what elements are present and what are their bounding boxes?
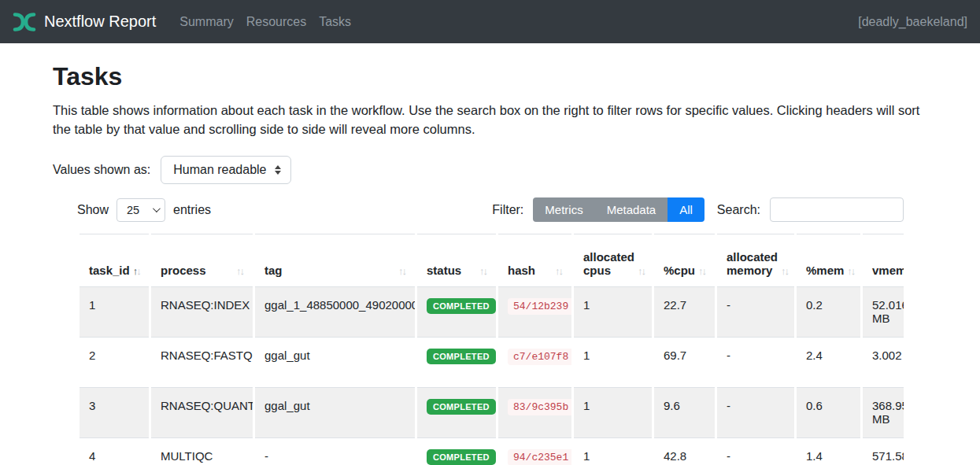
- nav-item-tasks[interactable]: Tasks: [312, 15, 357, 29]
- cell-allocated_memory: -: [717, 287, 794, 338]
- cell-task_id: 2: [80, 338, 149, 388]
- column-header-process[interactable]: process↑↓: [151, 234, 253, 287]
- column-header-task_id[interactable]: task_id↑↓: [80, 234, 149, 287]
- cell-allocated_memory: -: [717, 388, 794, 438]
- cell-pmem: 2.4: [797, 338, 860, 388]
- status-badge: COMPLETED: [427, 349, 496, 364]
- values-shown-select[interactable]: Human readable: [161, 156, 290, 184]
- sort-icon: ↑↓: [847, 265, 854, 277]
- tasks-table: task_id↑↓process↑↓tag↑↓status↑↓hash↑↓all…: [77, 234, 904, 465]
- hash-code: c7/e107f8: [508, 349, 571, 365]
- cell-pcpu: 22.7: [654, 287, 715, 338]
- cell-pmem: 1.4: [797, 438, 860, 465]
- navbar: Nextflow Report SummaryResourcesTasks [d…: [0, 0, 980, 43]
- column-label: allocated cpus: [583, 250, 634, 277]
- column-label: allocated memory: [727, 250, 778, 277]
- cell-pcpu: 42.8: [654, 438, 715, 465]
- filter-button-metadata[interactable]: Metadata: [595, 197, 668, 222]
- hash-code: 94/c235e1: [508, 449, 571, 465]
- status-badge: COMPLETED: [427, 298, 496, 314]
- table-row: 4MULTIQC-COMPLETED94/c235e1142.8-1.4571.…: [80, 438, 904, 465]
- column-header-pmem[interactable]: %mem↑↓: [797, 234, 860, 287]
- cell-status: COMPLETED: [417, 287, 496, 338]
- nav-item-summary[interactable]: Summary: [173, 15, 239, 29]
- table-row: 2RNASEQ:FASTQCggal_gutCOMPLETEDc7/e107f8…: [80, 338, 904, 388]
- select-updown-icon: [275, 165, 281, 175]
- tasks-table-zone: Show 25 entries Filter: MetricsMetadataA…: [77, 197, 904, 465]
- filter-button-metrics[interactable]: Metrics: [533, 197, 594, 222]
- cell-status: COMPLETED: [417, 388, 496, 438]
- chevron-down-icon: [153, 205, 161, 212]
- column-label: vmem: [872, 264, 904, 277]
- table-scroll-container[interactable]: task_id↑↓process↑↓tag↑↓status↑↓hash↑↓all…: [77, 234, 904, 465]
- sort-icon: ↑↓: [479, 265, 486, 277]
- cell-tag: ggal_gut: [255, 338, 415, 388]
- values-shown-value: Human readable: [173, 163, 266, 177]
- sort-down-arrow: ↓: [642, 265, 645, 277]
- table-header-row: task_id↑↓process↑↓tag↑↓status↑↓hash↑↓all…: [80, 234, 904, 287]
- filter-button-group: MetricsMetadataAll: [533, 197, 704, 222]
- cell-vmem: 52.016 MB: [863, 287, 904, 338]
- cell-vmem: 3.002: [863, 338, 904, 388]
- nav-links: SummaryResourcesTasks: [173, 15, 357, 29]
- cell-pcpu: 9.6: [654, 388, 715, 438]
- search-label: Search:: [717, 203, 760, 217]
- column-label: process: [161, 264, 206, 277]
- cell-tag: ggal_1_48850000_49020000: [255, 287, 415, 338]
- search-input[interactable]: [770, 197, 904, 222]
- column-label: tag: [264, 264, 283, 277]
- nextflow-logo-icon: [13, 12, 36, 32]
- sort-down-arrow: ↓: [702, 265, 706, 277]
- hash-code: 54/12b239: [508, 298, 571, 315]
- sort-icon: ↑↓: [133, 265, 140, 277]
- column-header-allocated_cpus[interactable]: allocated cpus↑↓: [574, 234, 652, 287]
- cell-process: RNASEQ:QUANT: [151, 388, 253, 438]
- page-length-select[interactable]: 25: [116, 198, 165, 222]
- cell-pmem: 0.2: [797, 287, 860, 338]
- sort-icon: ↑↓: [236, 265, 243, 277]
- column-label: status: [427, 264, 461, 277]
- nav-item-resources[interactable]: Resources: [240, 15, 312, 29]
- hash-code: 83/9c395b: [508, 399, 571, 415]
- cell-pcpu: 69.7: [654, 338, 715, 388]
- table-row: 1RNASEQ:INDEXggal_1_48850000_49020000COM…: [80, 287, 904, 338]
- column-header-tag[interactable]: tag↑↓: [255, 234, 415, 287]
- cell-status: COMPLETED: [417, 338, 496, 388]
- sort-icon: ↑↓: [638, 265, 645, 277]
- cell-vmem: 571.58 MB: [863, 438, 904, 465]
- column-label: %cpu: [664, 264, 695, 277]
- cell-process: MULTIQC: [151, 438, 253, 465]
- cell-allocated_cpus: 1: [574, 438, 652, 465]
- status-badge: COMPLETED: [427, 449, 496, 465]
- sort-icon: ↑↓: [555, 265, 562, 277]
- filter-button-all[interactable]: All: [668, 197, 704, 222]
- column-header-pcpu[interactable]: %cpu↑↓: [654, 234, 715, 287]
- cell-pmem: 0.6: [797, 388, 860, 438]
- column-header-vmem[interactable]: vmem↑↓: [863, 234, 904, 287]
- sort-icon: ↑↓: [698, 265, 705, 277]
- cell-allocated_cpus: 1: [574, 338, 652, 388]
- cell-tag: ggal_gut: [255, 388, 415, 438]
- sort-down-arrow: ↓: [851, 265, 855, 277]
- sort-down-arrow: ↓: [559, 265, 563, 277]
- sort-down-arrow: ↓: [483, 265, 487, 277]
- cell-task_id: 4: [80, 438, 149, 465]
- status-badge: COMPLETED: [427, 399, 496, 415]
- column-header-allocated_memory[interactable]: allocated memory↑↓: [717, 234, 794, 287]
- filter-label: Filter:: [492, 203, 523, 217]
- entries-label: entries: [173, 203, 211, 217]
- cell-hash: 94/c235e1: [498, 438, 571, 465]
- table-body: 1RNASEQ:INDEXggal_1_48850000_49020000COM…: [80, 287, 904, 465]
- cell-allocated_cpus: 1: [574, 287, 652, 338]
- cell-status: COMPLETED: [417, 438, 496, 465]
- page-title: Tasks: [53, 62, 927, 91]
- main-content: Tasks This table shows information about…: [0, 43, 980, 465]
- cell-hash: c7/e107f8: [498, 338, 571, 388]
- page-description: This table shows information about each …: [53, 101, 922, 138]
- sort-down-arrow: ↓: [785, 265, 789, 277]
- cell-process: RNASEQ:FASTQC: [151, 338, 253, 388]
- column-header-status[interactable]: status↑↓: [417, 234, 496, 287]
- column-header-hash[interactable]: hash↑↓: [498, 234, 571, 287]
- sort-icon: ↑↓: [781, 265, 788, 277]
- table-row: 3RNASEQ:QUANTggal_gutCOMPLETED83/9c395b1…: [80, 388, 904, 438]
